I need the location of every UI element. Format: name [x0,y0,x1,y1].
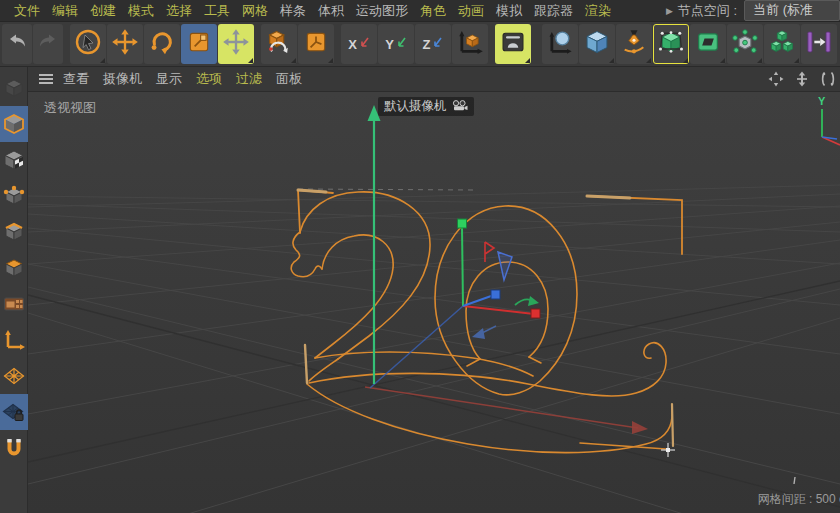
edge-mode-icon [2,220,26,244]
cube-primitive-button[interactable] [579,24,615,64]
gizmo-rotate-y-handle[interactable] [515,296,539,306]
active-move-tool-button[interactable] [218,24,254,64]
view-label[interactable]: 透视视图 [44,99,96,117]
enable-axis-mode-button[interactable] [0,322,28,358]
workplane-mode-icon [2,364,26,388]
array-icon [768,28,796,60]
perspective-viewport[interactable]: 透视视图 默认摄像机 Y 网格间距 : 500 c [28,92,840,513]
viewport-canvas[interactable] [28,92,840,513]
make-editable-mode-button[interactable] [0,70,28,106]
vp-menu-view[interactable]: 查看 [56,70,96,88]
cloner-button[interactable] [727,24,763,64]
render-view-button[interactable] [495,24,531,64]
gizmo-x-axis [463,306,534,314]
main-menubar: 文件 编辑 创建 模式 选择 工具 网格 样条 体积 运动图形 角色 动画 模拟… [0,0,840,22]
axis-indicator-y-label: Y [818,95,826,107]
instance-icon [805,28,833,60]
menu-animate[interactable]: 动画 [452,2,490,20]
edge-mode-button[interactable] [0,214,28,250]
make-editable-icon [546,28,574,60]
spline-pen-button[interactable] [616,24,652,64]
move-icon [111,28,139,60]
polygon-mode-button[interactable] [0,250,28,286]
undo-button[interactable] [2,24,32,64]
lock-y-axis-button[interactable]: Y [378,24,414,64]
vp-menu-filter[interactable]: 过滤 [229,70,269,88]
rotate-view-icon[interactable] [818,69,838,89]
lock-x-arrow-icon [358,35,370,53]
lock-y-label: Y [385,37,394,52]
lock-x-axis-button[interactable]: X [341,24,377,64]
menu-volume[interactable]: 体积 [312,2,350,20]
scale-icon [186,29,212,59]
subdivision-surface-button[interactable] [653,24,689,64]
uv-mode-button[interactable] [0,286,28,322]
menu-edit[interactable]: 编辑 [46,2,84,20]
gizmo-rotate-z-handle[interactable] [498,252,512,280]
menu-select[interactable]: 选择 [160,2,198,20]
vp-menu-display[interactable]: 显示 [149,70,189,88]
rotate-icon [148,28,176,60]
menu-tracker[interactable]: 跟踪器 [528,2,579,20]
uv-mode-icon [2,292,26,316]
make-editable-button[interactable] [542,24,578,64]
vp-menu-options[interactable]: 选项 [189,70,229,88]
camera-hud[interactable]: 默认摄像机 [378,97,474,116]
menu-tools[interactable]: 工具 [198,2,236,20]
floor-grid-axis-lines [28,281,840,507]
gizmo-rotate-x-handle[interactable] [485,242,494,262]
model-mode-button[interactable] [0,106,28,142]
camera-hud-label: 默认摄像机 [384,98,447,115]
pan-view-icon[interactable] [766,69,786,89]
point-mode-button[interactable] [0,178,28,214]
menu-spline[interactable]: 样条 [274,2,312,20]
spline-pen-icon [620,28,648,60]
coordinate-system-icon [456,28,484,60]
digit2-bottom-top-edge [315,352,533,376]
menu-simulate[interactable]: 模拟 [490,2,528,20]
gizmo-x-handle[interactable] [531,309,540,318]
vp-menu-camera[interactable]: 摄像机 [96,70,149,88]
scale-tool-button[interactable] [181,24,217,64]
redo-button[interactable] [33,24,63,64]
gizmo-z-handle[interactable] [491,290,500,299]
tweak-rotate-button[interactable] [261,24,297,64]
menu-render[interactable]: 渲染 [579,2,617,20]
move-gizmo[interactable] [458,219,541,318]
menu-create[interactable]: 创建 [84,2,122,20]
redo-icon [36,30,60,58]
texture-mode-button[interactable] [0,142,28,178]
extrude-generator-button[interactable] [690,24,726,64]
menu-mesh[interactable]: 网格 [236,2,274,20]
texture-mode-icon [2,148,26,172]
viewport-menu-icon[interactable] [36,69,56,89]
coordinate-system-button[interactable] [452,24,488,64]
selected-spline-segments[interactable] [298,190,673,446]
world-x-dashes [298,189,474,190]
gizmo-y-handle[interactable] [458,219,467,228]
array-button[interactable] [764,24,800,64]
menu-character[interactable]: 角色 [414,2,452,20]
live-selection-button[interactable] [70,24,106,64]
undo-icon [5,30,29,58]
floor-grid [28,185,840,513]
node-space-select[interactable]: 当前 (标准 [744,0,840,21]
dolly-view-icon[interactable] [792,69,812,89]
menu-mode[interactable]: 模式 [122,2,160,20]
instance-button[interactable] [801,24,837,64]
digit0-foot-left [467,359,480,366]
rotate-tool-button[interactable] [144,24,180,64]
menu-mograph[interactable]: 运动图形 [350,2,414,20]
lock-workplane-mode-button[interactable] [0,394,28,430]
move-tool-button[interactable] [107,24,143,64]
cursor-tick [794,477,795,484]
workplane-mode-button[interactable] [0,358,28,394]
menu-file[interactable]: 文件 [8,2,46,20]
vp-menu-panel[interactable]: 面板 [269,70,309,88]
tweak-scale-button[interactable] [298,24,334,64]
lock-z-label: Z [423,37,431,52]
spline-logo-2021[interactable] [291,190,682,453]
snap-mode-button[interactable] [0,430,28,466]
lock-z-axis-button[interactable]: Z [415,24,451,64]
app-window: 文件 编辑 创建 模式 选择 工具 网格 样条 体积 运动图形 角色 动画 模拟… [0,0,840,513]
